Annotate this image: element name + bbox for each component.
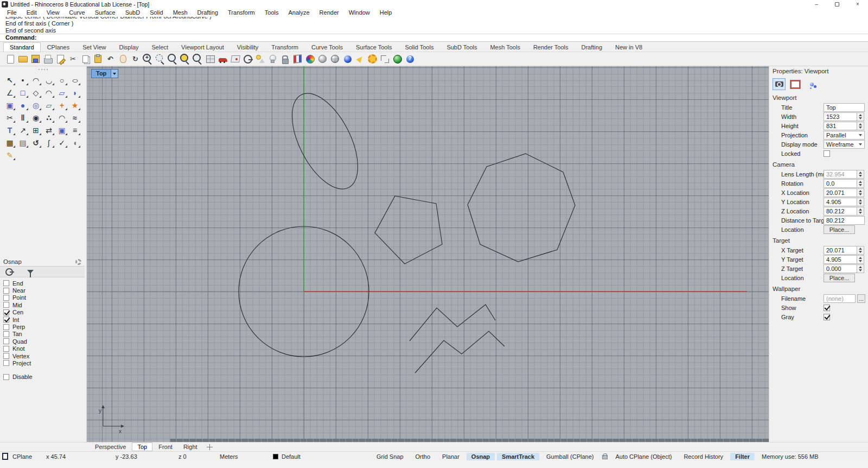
- y-location-field[interactable]: 4.905: [824, 198, 857, 206]
- toolbar-tab[interactable]: Viewport Layout: [175, 42, 231, 52]
- toolbar-tab[interactable]: Select: [145, 42, 175, 52]
- box-tool[interactable]: ▣: [3, 99, 16, 111]
- wallpaper-filename-field[interactable]: (none): [824, 294, 856, 303]
- osnap-item[interactable]: Mid: [3, 301, 85, 308]
- minimize-icon[interactable]: –: [806, 0, 827, 8]
- layers-icon[interactable]: [291, 53, 304, 65]
- menu-item[interactable]: View: [42, 9, 65, 16]
- torus-tool[interactable]: ◎: [29, 99, 42, 111]
- polyline-tool[interactable]: ∠: [3, 86, 16, 99]
- status-toggle[interactable]: Filter: [730, 453, 755, 460]
- x-target-field[interactable]: 20.071: [824, 246, 857, 255]
- osnap-item[interactable]: Knot: [3, 345, 85, 352]
- arc-tool[interactable]: ◠: [42, 86, 55, 99]
- undo-icon[interactable]: ↶: [104, 53, 117, 65]
- y-location-stepper[interactable]: [857, 198, 864, 206]
- osnap-item[interactable]: End: [3, 280, 85, 287]
- osnap-item[interactable]: Perp: [3, 323, 85, 330]
- osnap-checkbox[interactable]: [3, 309, 9, 315]
- toolbar-tab[interactable]: Visibility: [231, 42, 265, 52]
- rectangle-tool[interactable]: □: [16, 86, 29, 99]
- move-tool[interactable]: ↗: [16, 124, 29, 136]
- grid-array-tool[interactable]: ▦: [3, 136, 16, 149]
- osnap-tab-icon[interactable]: [5, 268, 13, 276]
- osnap-checkbox[interactable]: [3, 288, 9, 294]
- close-icon[interactable]: ×: [847, 0, 868, 8]
- units-status[interactable]: Meters: [220, 453, 273, 460]
- filter-tab-icon[interactable]: [27, 270, 34, 274]
- history-icon[interactable]: [379, 53, 391, 65]
- osnap-checkbox[interactable]: [3, 324, 9, 330]
- viewport-height-field[interactable]: 831: [824, 122, 857, 130]
- text-tool[interactable]: T: [3, 124, 16, 136]
- fillet-tool[interactable]: ◠: [55, 111, 68, 124]
- layer-status[interactable]: Default: [273, 453, 372, 460]
- gear-icon[interactable]: [75, 259, 81, 265]
- menu-item[interactable]: Tools: [260, 9, 284, 16]
- status-toggle[interactable]: Record History: [679, 453, 728, 460]
- toolbar-tab[interactable]: SubD Tools: [440, 42, 483, 52]
- menu-item[interactable]: Render: [315, 9, 344, 16]
- restore-icon[interactable]: [827, 0, 847, 8]
- viewport-title-field[interactable]: Top: [824, 103, 865, 112]
- surface-from-corners-tool[interactable]: ▱: [55, 86, 68, 99]
- osnap-checkbox[interactable]: [3, 346, 9, 352]
- status-toggle[interactable]: Ortho: [411, 453, 436, 460]
- chevron-down-icon[interactable]: [111, 69, 118, 78]
- viewport-canvas[interactable]: yx Top: [87, 66, 769, 442]
- viewport-split-icon[interactable]: [207, 444, 213, 450]
- status-toggle[interactable]: Gumball (CPlane): [541, 453, 598, 460]
- osnap-checkbox[interactable]: [3, 353, 9, 359]
- command-prompt[interactable]: Command:: [0, 34, 868, 41]
- render-icon[interactable]: [341, 53, 354, 65]
- viewport-title[interactable]: Top: [91, 69, 111, 78]
- copy-icon[interactable]: [79, 53, 92, 65]
- patch-surface-tool[interactable]: ◗: [68, 86, 81, 99]
- osnap-checkbox[interactable]: [3, 295, 9, 301]
- flow-tool[interactable]: ∫: [42, 136, 55, 149]
- status-toggle[interactable]: Osnap: [467, 453, 495, 460]
- rendered-viewport-icon[interactable]: [329, 53, 341, 65]
- select-tool[interactable]: ↖: [3, 74, 16, 86]
- menu-item[interactable]: Help: [375, 9, 397, 16]
- osnap-disable[interactable]: Disable: [3, 374, 85, 381]
- shaded-viewport-icon[interactable]: [316, 53, 329, 65]
- width-stepper[interactable]: [857, 112, 864, 121]
- menu-item[interactable]: Mesh: [168, 9, 193, 16]
- status-toggle[interactable]: SmartTrack: [497, 453, 539, 460]
- x-location-stepper[interactable]: [857, 188, 864, 197]
- toolbar-tab[interactable]: Render Tools: [527, 42, 575, 52]
- toolbar-tab[interactable]: Surface Tools: [349, 42, 398, 52]
- status-toggle[interactable]: Memory use: 556 MB: [757, 453, 824, 460]
- display-mode-select[interactable]: Wireframe: [824, 140, 865, 149]
- osnap-item[interactable]: Int: [3, 316, 85, 323]
- split-tool[interactable]: ‖: [16, 111, 29, 124]
- menu-item[interactable]: Solid: [145, 9, 168, 16]
- control-point-curve-tool[interactable]: ◠: [29, 74, 42, 86]
- toolbar-tab[interactable]: Curve Tools: [305, 42, 349, 52]
- color-wheel-icon[interactable]: [304, 53, 316, 65]
- set-cplane-icon[interactable]: [241, 53, 254, 65]
- x-target-stepper[interactable]: [857, 246, 864, 255]
- osnap-item[interactable]: Vertex: [3, 352, 85, 359]
- blend-tool[interactable]: ≈: [68, 111, 81, 124]
- browse-button[interactable]: ...: [857, 294, 865, 303]
- osnap-checkbox[interactable]: [3, 317, 9, 322]
- osnap-item[interactable]: Project: [3, 359, 85, 366]
- hide-objects-icon[interactable]: [266, 53, 279, 65]
- print-icon[interactable]: [42, 53, 54, 65]
- locked-checkbox[interactable]: [824, 150, 830, 157]
- target-place-button[interactable]: Place...: [824, 274, 855, 282]
- z-location-field[interactable]: 80.212: [824, 207, 857, 216]
- freeform-curve-tool[interactable]: ◡: [42, 74, 55, 86]
- sketch-tool[interactable]: ✎: [3, 149, 16, 161]
- lock-objects-icon[interactable]: [279, 53, 291, 65]
- new-file-icon[interactable]: [4, 53, 17, 65]
- toolbar-tab[interactable]: Solid Tools: [398, 42, 440, 52]
- menu-item[interactable]: Drafting: [193, 9, 224, 16]
- circle-tool[interactable]: ○: [55, 74, 68, 86]
- projection-select[interactable]: Parallel: [824, 131, 865, 140]
- trim-tool[interactable]: ✂: [3, 111, 16, 124]
- osnap-checkbox[interactable]: [3, 338, 9, 344]
- array-tool[interactable]: ≡: [68, 124, 81, 136]
